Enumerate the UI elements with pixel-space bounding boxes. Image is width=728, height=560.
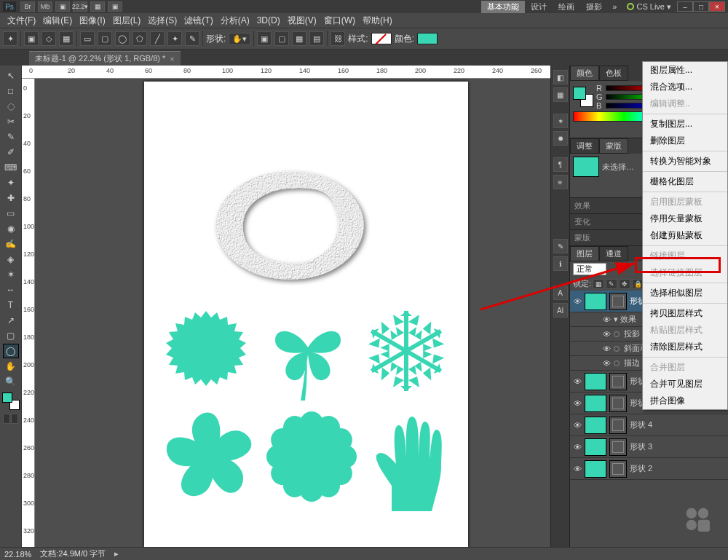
para-panel-icon[interactable]: ≡: [553, 175, 568, 189]
color-tab[interactable]: 颜色: [570, 66, 599, 81]
context-menu-item[interactable]: 图层属性...: [643, 62, 727, 79]
context-menu-item[interactable]: 合并可见图层: [643, 376, 727, 393]
brush-panel-icon[interactable]: ✶: [553, 114, 568, 128]
polygon-icon[interactable]: ⬠: [132, 31, 147, 46]
rectangle-tool[interactable]: ▢: [3, 328, 19, 343]
combine-subtract-icon[interactable]: ▢: [274, 31, 289, 46]
combine-add-icon[interactable]: ▣: [257, 31, 272, 46]
rounded-rect-icon[interactable]: ▢: [98, 31, 112, 46]
lasso-tool[interactable]: ◌: [3, 99, 19, 114]
eyedropper-tool[interactable]: ✐: [3, 145, 19, 159]
stamp-tool[interactable]: ✚: [3, 191, 19, 205]
paths-icon[interactable]: ◇: [41, 31, 56, 46]
fill-pixels-icon[interactable]: ▦: [59, 31, 74, 46]
context-menu-item[interactable]: 停用矢量蒙板: [643, 210, 727, 227]
shape-picker[interactable]: ✋▾: [229, 33, 250, 45]
context-menu-item[interactable]: 栅格化图层: [643, 173, 727, 190]
menu-window[interactable]: 窗口(W): [321, 13, 358, 28]
document-tab[interactable]: 未标题-1 @ 22.2% (形状 1, RGB/8) * ×: [29, 51, 181, 66]
menu-analysis[interactable]: 分析(A): [218, 13, 253, 28]
canvas-area[interactable]: [35, 79, 550, 547]
eraser-tool[interactable]: ◉: [3, 221, 19, 236]
lock-transparent[interactable]: ▦: [593, 279, 604, 289]
pen-tool[interactable]: ↔: [3, 283, 19, 297]
menu-3d[interactable]: 3D(D): [254, 14, 283, 27]
color-fg-bg[interactable]: [573, 87, 593, 107]
layer-item[interactable]: 👁形状 4: [570, 414, 728, 436]
char2-panel-icon[interactable]: A: [553, 285, 568, 300]
path-select-tool[interactable]: ↗: [3, 313, 19, 328]
fg-bg-swatch[interactable]: [2, 393, 20, 410]
menu-edit[interactable]: 编辑(E): [40, 13, 75, 28]
pen-icon[interactable]: ✎: [185, 31, 199, 46]
mask-thumb[interactable]: [573, 157, 599, 177]
lock-pixels[interactable]: ✎: [606, 279, 617, 289]
document-tab-close-icon[interactable]: ×: [170, 55, 174, 63]
link-icon[interactable]: ⛓: [331, 31, 345, 46]
para2-panel-icon[interactable]: Al: [553, 303, 568, 318]
dodge-tool[interactable]: ✶: [3, 267, 19, 282]
menu-help[interactable]: 帮助(H): [360, 13, 395, 28]
mb-icon[interactable]: Mb: [38, 1, 52, 12]
minimize-button[interactable]: –: [677, 1, 693, 12]
maximize-button[interactable]: □: [693, 1, 709, 12]
workspace-more[interactable]: »: [608, 2, 621, 11]
menu-file[interactable]: 文件(F): [4, 13, 39, 28]
combine-exclude-icon[interactable]: ▤: [309, 31, 324, 46]
mask-tab[interactable]: 蒙版: [599, 138, 628, 154]
quick-select-tool[interactable]: ✂: [3, 114, 19, 129]
workspace-essentials[interactable]: 基本功能: [481, 1, 525, 13]
move-tool[interactable]: ↖: [3, 68, 19, 83]
menu-select[interactable]: 选择(S): [145, 13, 180, 28]
shape-layers-icon[interactable]: ▣: [24, 31, 39, 46]
custom-shape-tool-active[interactable]: ◯: [3, 344, 19, 358]
swatches-tab[interactable]: 色板: [599, 66, 628, 81]
arrange-icon[interactable]: ▦: [90, 1, 105, 12]
zoom-dropdown[interactable]: 22.2▾: [73, 1, 87, 12]
workspace-painting[interactable]: 绘画: [553, 1, 580, 13]
context-menu-item[interactable]: 拼合图像: [643, 393, 727, 409]
workspace-design[interactable]: 设计: [525, 1, 553, 13]
ellipse-icon[interactable]: ◯: [115, 31, 130, 46]
workspace-photo[interactable]: 摄影: [580, 1, 608, 13]
style-picker[interactable]: [371, 33, 392, 44]
context-menu-item[interactable]: 创建剪贴蒙板: [643, 227, 727, 244]
quick-mask-toggle[interactable]: [3, 414, 18, 424]
menu-view[interactable]: 视图(V): [285, 13, 320, 28]
context-menu-item[interactable]: 拷贝图层样式: [643, 305, 727, 322]
info-panel-icon[interactable]: ℹ: [553, 256, 568, 271]
tool-preset-icon[interactable]: ✎: [553, 239, 568, 253]
hand-tool[interactable]: ✋: [3, 359, 19, 374]
context-menu-item[interactable]: 清除图层样式: [643, 339, 727, 355]
history-panel-icon[interactable]: ◧: [553, 70, 568, 84]
layer-item[interactable]: 👁形状 3: [570, 436, 728, 458]
blur-tool[interactable]: ◈: [3, 252, 19, 267]
menu-image[interactable]: 图像(I): [76, 13, 108, 28]
screen-mode-icon[interactable]: ▣: [55, 1, 70, 12]
char-panel-icon[interactable]: ¶: [553, 157, 568, 172]
close-button[interactable]: ×: [709, 1, 725, 12]
status-zoom[interactable]: 22.18%: [4, 550, 31, 559]
history-brush-tool[interactable]: ▭: [3, 206, 19, 221]
context-menu-item[interactable]: 选择相似图层: [643, 285, 727, 301]
custom-shape-icon[interactable]: ✦: [167, 31, 182, 46]
heal-tool[interactable]: ⌨: [3, 160, 19, 175]
context-menu-item[interactable]: 复制图层...: [643, 116, 727, 133]
zoom-tool[interactable]: 🔍: [3, 374, 19, 389]
canvas[interactable]: [144, 82, 468, 547]
screen-icon[interactable]: ▣: [108, 1, 122, 12]
bridge-icon[interactable]: Br: [20, 1, 35, 12]
rectangle-icon[interactable]: ▭: [80, 31, 95, 46]
menu-layer[interactable]: 图层(L): [110, 13, 144, 28]
status-docinfo[interactable]: 文档:24.9M/0 字节: [40, 548, 106, 559]
cs-live-button[interactable]: CS Live▾: [624, 2, 674, 12]
adjust-tab[interactable]: 调整: [570, 138, 599, 154]
line-icon[interactable]: ╱: [150, 31, 165, 46]
color-picker[interactable]: [417, 33, 438, 44]
layers-tab[interactable]: 图层: [570, 246, 599, 261]
lock-position[interactable]: ✥: [619, 279, 630, 289]
crop-tool[interactable]: ✎: [3, 130, 19, 144]
type-tool[interactable]: T: [3, 298, 19, 312]
layer-context-menu[interactable]: 图层属性...混合选项...编辑调整..复制图层...删除图层转换为智能对象栅格…: [642, 61, 728, 410]
context-menu-item[interactable]: 混合选项...: [643, 79, 727, 95]
